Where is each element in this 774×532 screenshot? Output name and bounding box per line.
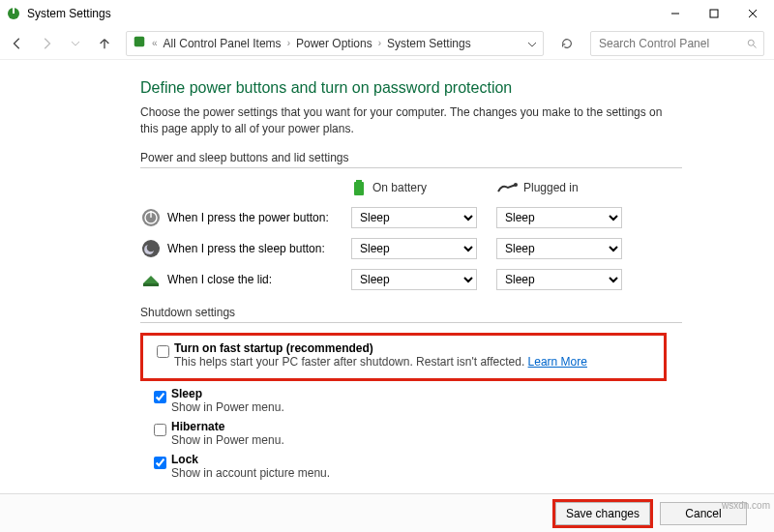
svg-point-11 [514,183,518,187]
column-plugged-in: Plugged in [496,181,641,194]
forward-button[interactable] [39,36,54,51]
hibernate-label: Hibernate [171,420,735,433]
svg-rect-3 [710,10,718,17]
svg-rect-6 [134,37,145,47]
app-icon [6,6,21,21]
svg-point-7 [748,40,754,45]
control-panel-icon [133,35,146,51]
lock-label: Lock [171,453,735,466]
recent-dropdown[interactable] [68,36,83,51]
power-button-icon [140,207,162,228]
svg-line-8 [754,44,757,47]
page-heading: Define power buttons and turn on passwor… [140,79,735,97]
hibernate-sub: Show in Power menu. [171,433,735,447]
section-power-sleep: Power and sleep buttons and lid settings [140,151,682,168]
sleep-button-battery-select[interactable]: Sleep [351,238,477,259]
lid-plugged-select[interactable]: Sleep [496,269,622,290]
lock-checkbox[interactable] [154,457,166,469]
plug-icon [496,182,518,193]
battery-icon [351,178,367,197]
row-label: When I press the power button: [167,211,351,224]
svg-rect-16 [143,283,159,286]
back-button[interactable] [10,36,25,51]
row-label: When I press the sleep button: [167,242,351,255]
window-title: System Settings [27,7,656,20]
hibernate-checkbox[interactable] [154,424,166,436]
lid-icon [140,269,162,290]
sleep-checkbox[interactable] [154,391,166,403]
sleep-button-icon [140,238,162,259]
watermark: wsxdn.com [722,500,770,511]
breadcrumb-item[interactable]: Power Options [296,37,372,50]
search-input[interactable] [597,36,746,51]
power-button-battery-select[interactable]: Sleep [351,207,477,228]
chevron-right-icon: › [287,38,290,48]
close-button[interactable] [733,0,772,27]
sleep-label: Sleep [171,387,735,400]
sleep-button-plugged-select[interactable]: Sleep [496,238,622,259]
fast-startup-highlight: Turn on fast startup (recommended) This … [140,333,667,381]
sleep-sub: Show in Power menu. [171,400,735,414]
chevron-right-icon: › [378,38,381,48]
svg-rect-1 [13,8,15,14]
section-shutdown: Shutdown settings [140,306,682,323]
fast-startup-label: Turn on fast startup (recommended) [174,341,654,355]
page-description: Choose the power settings that you want … [140,104,682,137]
fast-startup-checkbox[interactable] [157,345,169,358]
chevron-right-icon: « [152,38,158,48]
svg-rect-10 [354,182,364,195]
search-box[interactable] [590,31,764,56]
refresh-button[interactable] [557,37,577,50]
minimize-button[interactable] [656,0,695,27]
column-on-battery: On battery [351,178,496,197]
lock-sub: Show in account picture menu. [171,466,735,480]
search-icon [746,37,758,50]
row-label: When I close the lid: [167,273,351,286]
fast-startup-sub: This helps start your PC faster after sh… [174,355,654,369]
power-button-plugged-select[interactable]: Sleep [496,207,622,228]
save-changes-button[interactable]: Save changes [555,502,650,525]
breadcrumb-item[interactable]: All Control Panel Items [164,37,282,50]
lid-battery-select[interactable]: Sleep [351,269,477,290]
up-button[interactable] [97,36,112,51]
svg-rect-9 [356,180,362,182]
learn-more-link[interactable]: Learn More [528,355,587,369]
address-bar[interactable]: « All Control Panel Items › Power Option… [126,31,544,56]
chevron-down-icon[interactable] [527,37,537,50]
breadcrumb-item[interactable]: System Settings [387,37,471,50]
maximize-button[interactable] [695,0,733,27]
